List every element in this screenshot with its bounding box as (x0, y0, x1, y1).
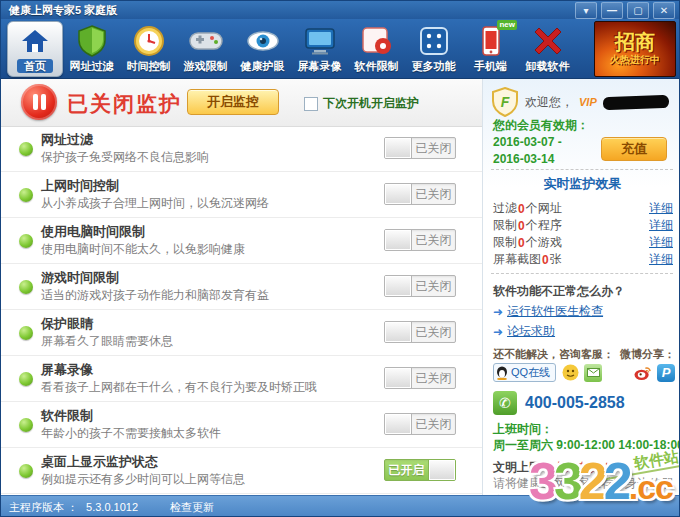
minimize-button[interactable]: — (601, 2, 623, 19)
toolbar-item-home[interactable]: 首页 (7, 21, 63, 77)
membership-to: 2016-03-14 (493, 151, 589, 168)
monitor-header: 已关闭监护 开启监控 下次开机开启监护 (1, 79, 482, 127)
help-link-doctor: ➜ 运行软件医生检查 (493, 303, 603, 320)
stat-prefix: 过滤 (493, 200, 517, 217)
software-doctor-link[interactable]: 运行软件医生检查 (507, 303, 603, 320)
start-monitoring-button[interactable]: 开启监控 (187, 89, 279, 115)
uninstall-x-icon (533, 24, 563, 58)
detail-link[interactable]: 详细 (649, 200, 673, 217)
toolbar-item-mobile[interactable]: new 手机端 (462, 24, 519, 74)
app-window: 健康上网专家5 家庭版 ▾ — ▢ ✕ 首页 网址过滤 时间控制 (0, 0, 680, 517)
maximize-button[interactable]: ▢ (627, 2, 649, 19)
skin-button[interactable]: ▾ (575, 2, 597, 19)
autostart-checkbox[interactable] (304, 97, 318, 111)
stat-count: 0 (541, 253, 550, 267)
toolbar-label: 卸载软件 (526, 59, 570, 74)
feature-desc: 适当的游戏对孩子动作能力和脑部发育有益 (41, 287, 269, 303)
toggle-knob (385, 184, 412, 204)
toolbar-label: 健康护眼 (241, 59, 285, 74)
arrow-icon: ➜ (493, 305, 503, 319)
realtime-stats: 过滤0个网址 详细 限制0个程序 详细 限制0个游戏 详细 屏幕截图0张 详细 (493, 200, 673, 268)
feature-row-desktop-status: 桌面上显示监护状态 例如提示还有多少时间可以上网等信息 已开启 (1, 448, 482, 494)
stat-count: 0 (517, 219, 526, 233)
divider (491, 273, 673, 274)
detail-link[interactable]: 详细 (649, 234, 673, 251)
version-label: 主程序版本 ： (9, 500, 78, 515)
maximize-icon: ▢ (633, 5, 642, 16)
welcome-greeting: 欢迎您， (525, 94, 573, 111)
toggle-state-label: 已关闭 (412, 322, 455, 342)
qq-online-button[interactable]: QQ在线 (493, 363, 556, 382)
toolbar-item-url-filter[interactable]: 网址过滤 (63, 24, 120, 74)
feature-row-online-time: 上网时间控制 从小养成孩子合理上网时间，以免沉迷网络 已关闭 (1, 172, 482, 218)
clock-icon (133, 24, 165, 58)
feature-row-game-time: 游戏时间限制 适当的游戏对孩子动作能力和脑部发育有益 已关闭 (1, 264, 482, 310)
recharge-button[interactable]: 充值 (601, 137, 667, 161)
promo-banner[interactable]: 招商 火热进行中 (594, 21, 676, 77)
welcome-row: F 欢迎您， VIP (491, 87, 669, 117)
status-dot-icon (19, 326, 33, 340)
toggle-knob (428, 460, 455, 480)
feature-toggle[interactable]: 已关闭 (384, 137, 456, 159)
toolbar-item-screen-record[interactable]: 屏幕录像 (291, 24, 348, 74)
feature-row-url-filter: 网址过滤 保护孩子免受网络不良信息影响 已关闭 (1, 126, 482, 172)
feature-toggle[interactable]: 已开启 (384, 459, 456, 481)
toolbar-label: 首页 (17, 59, 53, 73)
stat-prefix: 限制 (493, 234, 517, 251)
status-bar: 主程序版本 ： 5.3.0.1012 检查更新 (1, 495, 679, 517)
qq-online-label: QQ在线 (511, 365, 550, 380)
feature-toggle[interactable]: 已关闭 (384, 321, 456, 343)
home-icon (21, 24, 49, 58)
autostart-label: 下次开机开启监护 (323, 95, 419, 112)
feature-title: 网址过滤 (41, 131, 209, 149)
realtime-row-urls: 过滤0个网址 详细 (493, 200, 673, 217)
feature-toggle[interactable]: 已关闭 (384, 275, 456, 297)
autostart-option: 下次开机开启监护 (304, 95, 419, 112)
status-dot-icon (19, 188, 33, 202)
promo-banner-subtext: 火热进行中 (610, 53, 660, 67)
contact-row: 还不能解决，咨询客服： 微博分享： (493, 347, 675, 362)
status-dot-icon (19, 280, 33, 294)
feature-row-screen-record: 屏幕录像 看看孩子上网都在干什么，有不良行为要及时矫正哦 已关闭 (1, 356, 482, 402)
toggle-knob (385, 138, 412, 158)
monitor-status-text: 已关闭监护 (67, 90, 182, 118)
feature-desc: 年龄小的孩子不需要接触太多软件 (41, 425, 221, 441)
feature-title: 上网时间控制 (41, 177, 269, 195)
toolbar-item-more[interactable]: 更多功能 (405, 24, 462, 74)
mail-icon[interactable] (584, 364, 602, 382)
detail-link[interactable]: 详细 (649, 251, 673, 268)
sina-weibo-icon[interactable] (634, 364, 652, 382)
feature-toggle[interactable]: 已关闭 (384, 413, 456, 435)
qq-penguin-icon (496, 366, 508, 380)
gamepad-icon (189, 24, 223, 58)
feature-desc: 看看孩子上网都在干什么，有不良行为要及时矫正哦 (41, 379, 317, 395)
tencent-weibo-icon[interactable]: P (657, 364, 675, 382)
toolbar-item-software-limit[interactable]: 软件限制 (348, 24, 405, 74)
toggle-state-label: 已关闭 (412, 230, 455, 250)
feature-toggle[interactable]: 已关闭 (384, 183, 456, 205)
detail-link[interactable]: 详细 (649, 217, 673, 234)
close-button[interactable]: ✕ (653, 2, 675, 19)
work-hours-value: 周一至周六 9:00-12:00 14:00-18:00 (493, 437, 680, 454)
forum-help-link[interactable]: 论坛求助 (507, 323, 555, 340)
feature-toggle[interactable]: 已关闭 (384, 367, 456, 389)
stat-suffix: 个游戏 (526, 234, 562, 251)
toggle-knob (385, 322, 412, 342)
new-badge: new (497, 20, 517, 30)
toolbar-item-game-limit[interactable]: 游戏限制 (177, 24, 234, 74)
close-icon: ✕ (660, 5, 668, 16)
work-hours-label: 上班时间： (493, 421, 553, 438)
toolbar-item-eye-care[interactable]: 健康护眼 (234, 24, 291, 74)
feature-title: 游戏时间限制 (41, 269, 269, 287)
version-value: 5.3.0.1012 (86, 501, 138, 513)
divider (491, 169, 673, 170)
feature-row-software-limit: 软件限制 年龄小的孩子不需要接触太多软件 已关闭 (1, 402, 482, 448)
toolbar-item-uninstall[interactable]: 卸载软件 (519, 24, 576, 74)
check-update-link[interactable]: 检查更新 (170, 500, 214, 515)
toolbar-item-time-control[interactable]: 时间控制 (120, 24, 177, 74)
monitor-icon (304, 24, 336, 58)
feature-toggle[interactable]: 已关闭 (384, 229, 456, 251)
realtime-row-screenshots: 屏幕截图0张 详细 (493, 251, 673, 268)
wangwang-icon[interactable] (561, 364, 579, 382)
toolbar-label: 游戏限制 (184, 59, 228, 74)
